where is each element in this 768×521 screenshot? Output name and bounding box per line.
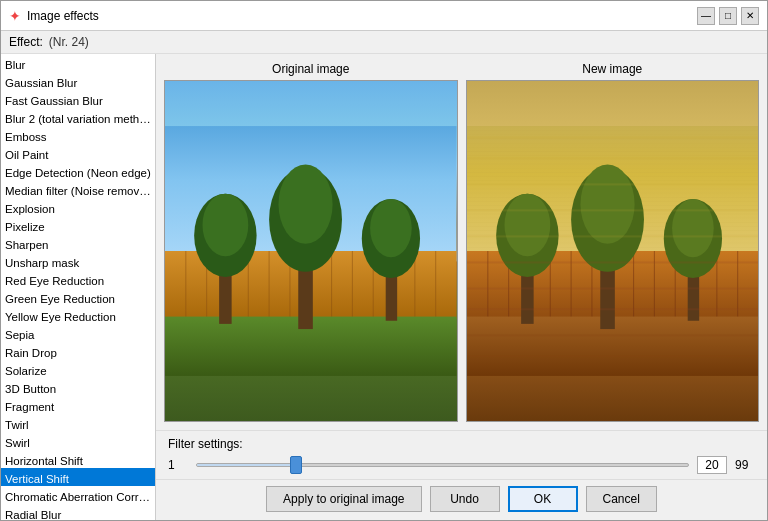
image-spacer [458, 62, 466, 422]
svg-point-18 [202, 194, 248, 256]
svg-rect-54 [467, 157, 759, 159]
sidebar-item-median-filter[interactable]: Median filter (Noise removal) [1, 180, 155, 198]
sidebar-item-red-eye[interactable]: Red Eye Reduction [1, 270, 155, 288]
sidebar-item-chromatic-aberration[interactable]: Chromatic Aberration Correction [1, 486, 155, 504]
sidebar-item-3d-button[interactable]: 3D Button [1, 378, 155, 396]
effect-value: (Nr. 24) [49, 35, 89, 49]
sidebar-item-edge-detection[interactable]: Edge Detection (Neon edge) [1, 162, 155, 180]
sidebar-item-horizontal-shift[interactable]: Horizontal Shift [1, 450, 155, 468]
new-image-section: New image [466, 62, 760, 422]
new-image-container [467, 81, 759, 421]
svg-rect-57 [467, 235, 759, 237]
effect-row: Effect: (Nr. 24) [1, 31, 767, 54]
svg-rect-53 [467, 136, 759, 138]
apply-button[interactable]: Apply to original image [266, 486, 421, 512]
filter-value[interactable]: 20 [697, 456, 727, 474]
svg-rect-55 [467, 183, 759, 185]
svg-rect-58 [467, 261, 759, 263]
sidebar-item-twirl[interactable]: Twirl [1, 414, 155, 432]
svg-point-24 [370, 199, 412, 257]
main-window: ✦ Image effects — □ ✕ Effect: (Nr. 24) B… [0, 0, 768, 521]
effect-label: Effect: [9, 35, 43, 49]
new-image-svg [467, 81, 759, 421]
sidebar-item-explosion[interactable]: Explosion [1, 198, 155, 216]
svg-rect-56 [467, 209, 759, 211]
svg-rect-59 [467, 287, 759, 289]
sidebar-item-oil-paint[interactable]: Oil Paint [1, 144, 155, 162]
ok-button[interactable]: OK [508, 486, 578, 512]
slider-track [196, 463, 689, 467]
filter-max-label: 99 [735, 458, 755, 472]
new-image-box [466, 80, 760, 422]
filter-min-label: 1 [168, 458, 188, 472]
main-content: BlurGaussian BlurFast Gaussian BlurBlur … [1, 54, 767, 520]
svg-rect-60 [467, 308, 759, 310]
filter-label: Filter settings: [168, 437, 755, 451]
filter-section: Filter settings: 1 20 99 [156, 430, 767, 479]
original-image-title: Original image [272, 62, 349, 76]
svg-point-48 [580, 165, 634, 244]
original-image-box [164, 80, 458, 422]
title-bar: ✦ Image effects — □ ✕ [1, 1, 767, 31]
window-icon: ✦ [9, 8, 21, 24]
window-title: Image effects [27, 9, 99, 23]
filter-controls: 1 20 99 [168, 455, 755, 475]
right-panel: Original image [156, 54, 767, 520]
minimize-button[interactable]: — [697, 7, 715, 25]
sidebar-item-vertical-shift[interactable]: Vertical Shift [1, 468, 155, 486]
sidebar-item-rain-drop[interactable]: Rain Drop [1, 342, 155, 360]
title-bar-controls: — □ ✕ [697, 7, 759, 25]
sidebar-item-radial-blur[interactable]: Radial Blur [1, 504, 155, 520]
svg-point-21 [278, 165, 332, 244]
svg-point-45 [504, 194, 550, 256]
svg-rect-61 [467, 334, 759, 336]
sidebar-item-yellow-eye[interactable]: Yellow Eye Reduction [1, 306, 155, 324]
sidebar-item-blur2[interactable]: Blur 2 (total variation method) [1, 108, 155, 126]
buttons-row: Apply to original image Undo OK Cancel [156, 479, 767, 520]
original-image-container [165, 81, 457, 421]
new-image-title: New image [582, 62, 642, 76]
svg-point-51 [672, 199, 714, 257]
original-image-section: Original image [164, 62, 458, 422]
sidebar-item-unsharp-mask[interactable]: Unsharp mask [1, 252, 155, 270]
slider-fill [197, 464, 295, 466]
sidebar-item-green-eye[interactable]: Green Eye Reduction [1, 288, 155, 306]
sidebar-item-swirl[interactable]: Swirl [1, 432, 155, 450]
sidebar-item-emboss[interactable]: Emboss [1, 126, 155, 144]
svg-rect-62 [467, 355, 759, 357]
sidebar-item-gaussian-blur[interactable]: Gaussian Blur [1, 72, 155, 90]
sidebar-item-fragment[interactable]: Fragment [1, 396, 155, 414]
sidebar-item-sharpen[interactable]: Sharpen [1, 234, 155, 252]
images-row: Original image [156, 54, 767, 430]
slider-container[interactable] [196, 455, 689, 475]
cancel-button[interactable]: Cancel [586, 486, 657, 512]
sidebar-item-blur[interactable]: Blur [1, 54, 155, 72]
title-bar-left: ✦ Image effects [9, 8, 99, 24]
slider-thumb[interactable] [290, 456, 302, 474]
close-button[interactable]: ✕ [741, 7, 759, 25]
original-image-svg [165, 81, 457, 421]
sidebar-item-pixelize[interactable]: Pixelize [1, 216, 155, 234]
sidebar[interactable]: BlurGaussian BlurFast Gaussian BlurBlur … [1, 54, 156, 520]
undo-button[interactable]: Undo [430, 486, 500, 512]
sidebar-item-solarize[interactable]: Solarize [1, 360, 155, 378]
maximize-button[interactable]: □ [719, 7, 737, 25]
sidebar-item-sepia[interactable]: Sepia [1, 324, 155, 342]
sidebar-item-fast-gaussian-blur[interactable]: Fast Gaussian Blur [1, 90, 155, 108]
